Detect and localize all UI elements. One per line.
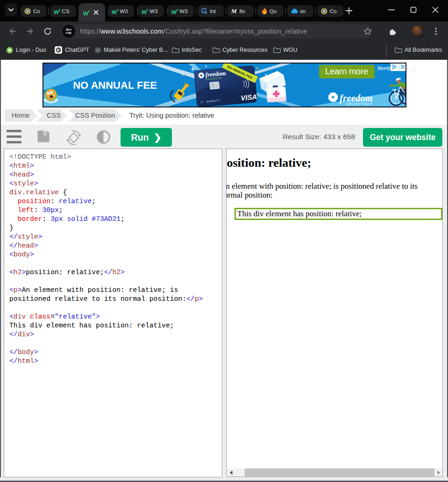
svg-text:UNLIMITED®: UNLIMITED® [346,102,373,106]
svg-text:i: i [394,65,395,69]
svg-text:c: c [203,9,205,13]
svg-text:VISA: VISA [241,92,257,102]
svg-text:Learn more: Learn more [325,67,368,76]
svg-text:NO ANNUAL FEE: NO ANNUAL FEE [73,79,157,91]
svg-text:Memb: Memb [377,66,391,71]
